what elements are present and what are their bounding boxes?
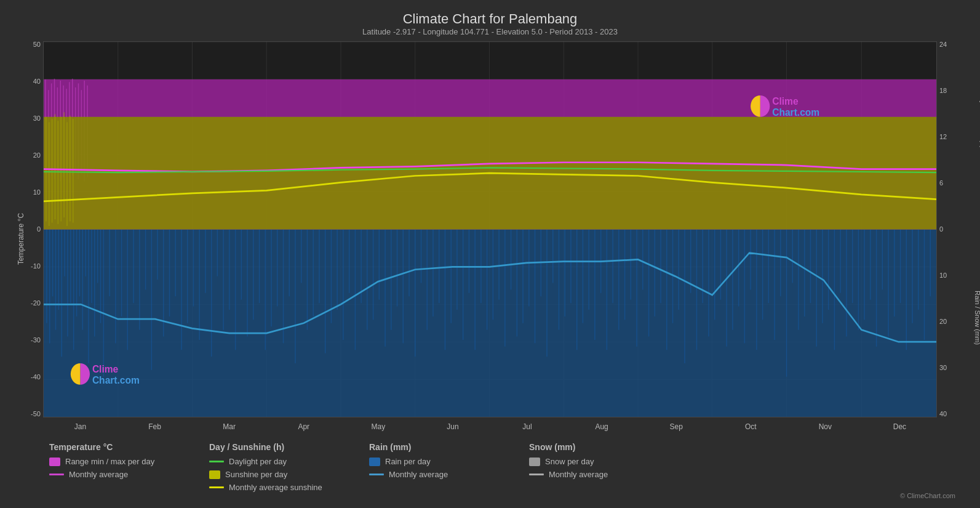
legend-temp-avg-label: Monthly average <box>69 470 128 479</box>
legend-swatch-rain <box>369 458 380 466</box>
legend-sunshine-title: Day / Sunshine (h) <box>209 442 332 452</box>
legend-temperature: Temperature °C Range min / max per day M… <box>49 442 172 492</box>
legend-snow: Snow (mm) Snow per day Monthly average <box>529 442 652 492</box>
legend-snow-avg: Monthly average <box>529 470 652 479</box>
month-nov: Nov <box>788 422 862 431</box>
legend-swatch-temp-range <box>49 458 60 466</box>
chart-subtitle: Latitude -2.917 - Longitude 104.771 - El… <box>12 27 968 36</box>
month-jan: Jan <box>43 422 118 431</box>
x-axis-months: Jan Feb Mar Apr May Jun Jul Aug Sep Oct … <box>43 417 937 436</box>
legend-sunshine-per-day: Sunshine per day <box>209 470 332 479</box>
legend-swatch-daylight <box>209 461 224 462</box>
main-chart: Clime Chart.com Clime Chart.com <box>43 41 937 417</box>
legend-temp-range: Range min / max per day <box>49 457 172 466</box>
legend-rain: Rain (mm) Rain per day Monthly average <box>369 442 492 492</box>
month-oct: Oct <box>714 422 788 431</box>
month-mar: Mar <box>192 422 266 431</box>
svg-text:Chart.com: Chart.com <box>92 374 140 385</box>
legend-rain-per-day-label: Rain per day <box>385 457 431 466</box>
chart-area: 50 40 30 20 10 0 -10 -20 -30 -40 -50 <box>12 41 968 436</box>
legend-snow-per-day-label: Snow per day <box>545 457 594 466</box>
chart-svg: Clime Chart.com Clime Chart.com <box>44 42 936 417</box>
month-sep: Sep <box>639 422 714 431</box>
legend-snow-per-day: Snow per day <box>529 457 652 466</box>
legend-snow-title: Snow (mm) <box>529 442 652 452</box>
legend-rain-avg: Monthly average <box>369 470 492 479</box>
y-axis-left-label: Temperature °C <box>17 212 25 264</box>
month-dec: Dec <box>862 422 937 431</box>
svg-text:Chart.com: Chart.com <box>772 106 819 118</box>
legend-swatch-temp-avg <box>49 474 64 475</box>
legend-daylight: Daylight per day <box>209 457 332 466</box>
legend-swatch-snow-avg <box>529 474 544 475</box>
legend-swatch-snow <box>529 458 540 466</box>
svg-text:Clime: Clime <box>772 95 798 107</box>
month-may: May <box>341 422 415 431</box>
legend-daylight-label: Daylight per day <box>229 457 287 466</box>
month-jun: Jun <box>415 422 490 431</box>
legend-sunshine: Day / Sunshine (h) Daylight per day Suns… <box>209 442 332 492</box>
legend-temp-avg: Monthly average <box>49 470 172 479</box>
month-apr: Apr <box>266 422 341 431</box>
y-axis-right-label-bottom: Rain / Snow (mm) <box>974 291 980 345</box>
month-jul: Jul <box>490 422 564 431</box>
legend-temp-range-label: Range min / max per day <box>65 457 154 466</box>
chart-header: Climate Chart for Palembang Latitude -2.… <box>12 6 968 39</box>
legend-snow-avg-label: Monthly average <box>549 470 608 479</box>
legend: Temperature °C Range min / max per day M… <box>12 437 968 492</box>
month-aug: Aug <box>565 422 639 431</box>
legend-sunshine-per-day-label: Sunshine per day <box>225 470 287 479</box>
svg-rect-24 <box>44 230 936 417</box>
legend-rain-title: Rain (mm) <box>369 442 492 452</box>
legend-swatch-sunshine <box>209 470 220 479</box>
legend-sunshine-avg: Monthly average sunshine <box>209 483 332 492</box>
legend-temperature-title: Temperature °C <box>49 442 172 452</box>
legend-rain-avg-label: Monthly average <box>389 470 448 479</box>
legend-rain-per-day: Rain per day <box>369 457 492 466</box>
page-wrapper: Climate Chart for Palembang Latitude -2.… <box>0 0 980 508</box>
svg-text:Clime: Clime <box>92 363 118 374</box>
chart-title: Climate Chart for Palembang <box>12 11 968 27</box>
legend-swatch-rain-avg <box>369 474 384 475</box>
legend-swatch-sunshine-avg <box>209 486 224 488</box>
y-axis-right: 24 18 12 6 0 10 20 30 40 <box>937 41 968 417</box>
legend-sunshine-avg-label: Monthly average sunshine <box>229 483 322 492</box>
month-feb: Feb <box>118 422 192 431</box>
copyright: © ClimeChart.com <box>12 492 968 502</box>
